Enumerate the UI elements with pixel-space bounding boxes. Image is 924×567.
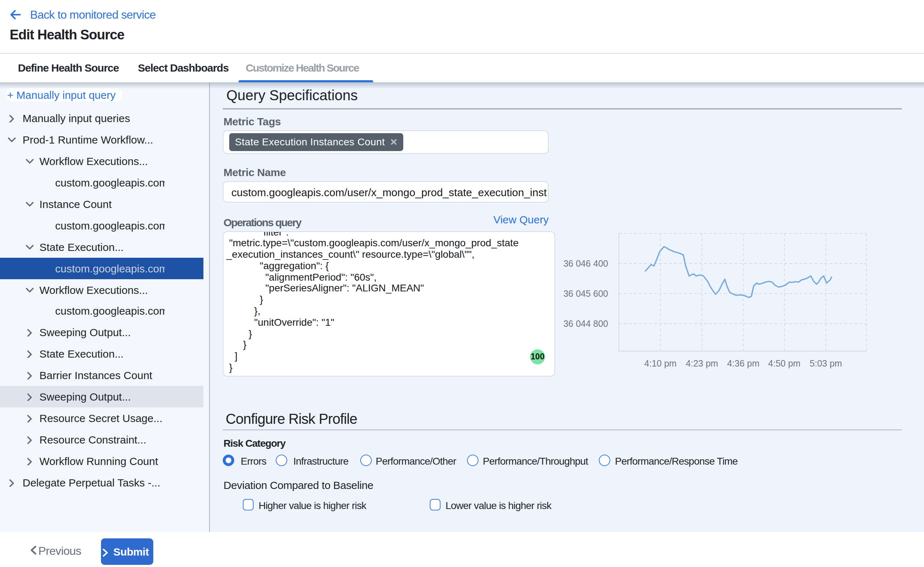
svg-text:4:36 pm: 4:36 pm (727, 358, 759, 368)
svg-text:4:10 pm: 4:10 pm (644, 358, 676, 368)
svg-text:36 046 400: 36 046 400 (563, 258, 608, 268)
svg-text:4:23 pm: 4:23 pm (686, 358, 718, 368)
svg-text:5:03 pm: 5:03 pm (810, 358, 842, 368)
svg-text:36 045 600: 36 045 600 (563, 288, 608, 298)
svg-text:36 044 800: 36 044 800 (563, 319, 608, 328)
svg-text:4:50 pm: 4:50 pm (768, 358, 801, 368)
